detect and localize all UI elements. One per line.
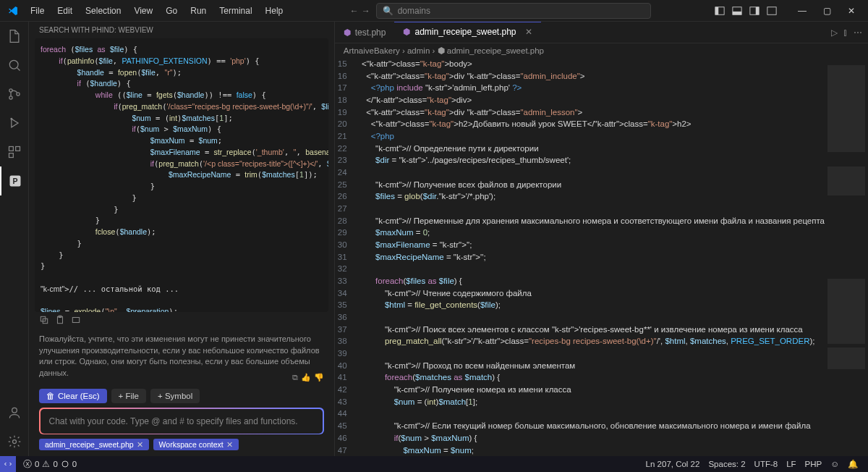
status-eol[interactable]: LF xyxy=(782,459,800,469)
status-encoding[interactable]: UTF-8 xyxy=(750,459,783,469)
status-lang[interactable]: PHP xyxy=(801,459,827,469)
phind-note: Пожалуйста, учтите, что эти изменения мо… xyxy=(29,328,334,384)
php-icon: ⬢ xyxy=(403,27,410,37)
minimize-button[interactable]: — xyxy=(791,0,813,22)
chat-input[interactable]: Chat with your code. Type @ and # to spe… xyxy=(41,409,323,434)
thumbs-down-icon[interactable]: 👎 xyxy=(314,372,324,383)
svg-rect-23 xyxy=(72,318,79,323)
chip-remove-icon[interactable]: ✕ xyxy=(137,440,143,449)
titlebar: File Edit Selection View Go Run Terminal… xyxy=(0,0,868,22)
activity-explorer[interactable] xyxy=(0,22,29,51)
line-number-gutter: 15 16 17 18 19 20 21 22 23 24 25 26 27 2… xyxy=(335,58,357,456)
phind-code-content: foreach ($files as $file) { if(pathinfo(… xyxy=(41,44,323,312)
menu-selection[interactable]: Selection xyxy=(80,3,127,19)
menu-run[interactable]: Run xyxy=(184,3,212,19)
svg-point-18 xyxy=(12,440,16,444)
menu-help[interactable]: Help xyxy=(260,3,289,19)
svg-point-10 xyxy=(16,93,19,96)
svg-point-9 xyxy=(9,96,12,99)
svg-text:P: P xyxy=(12,177,17,185)
context-chip-file[interactable]: admin_receipe_sweet.php✕ xyxy=(39,439,149,450)
clipboard-icon[interactable] xyxy=(55,315,65,325)
activity-search[interactable] xyxy=(0,51,29,80)
phind-code-block: foreach ($files as $file) { if(pathinfo(… xyxy=(35,38,328,312)
activity-bar: P xyxy=(0,22,29,456)
chip-remove-icon[interactable]: ✕ xyxy=(226,440,233,449)
run-icon[interactable]: ▷ xyxy=(831,28,838,38)
layout-panel-bottom-icon[interactable] xyxy=(729,3,745,19)
search-text: domains xyxy=(398,6,430,16)
statusbar: ⓧ 0 ⚠ 0 0 Ln 207, Col 22 Spaces: 2 UTF-8… xyxy=(0,456,868,472)
activity-phind[interactable]: P xyxy=(0,167,29,195)
note-copy-icon[interactable]: ⧉ xyxy=(292,372,298,383)
svg-rect-5 xyxy=(756,7,759,14)
close-button[interactable]: ✕ xyxy=(841,0,862,22)
editor-tabs: ⬢test.php ⬢admin_receipe_sweet.php✕ ▷ ⫿ … xyxy=(335,22,868,43)
menu-go[interactable]: Go xyxy=(160,3,183,19)
svg-rect-3 xyxy=(733,11,741,14)
vscode-icon xyxy=(7,5,19,17)
status-spaces[interactable]: Spaces: 2 xyxy=(704,459,749,469)
activity-accounts[interactable] xyxy=(0,398,29,427)
nav-forward-icon[interactable]: → xyxy=(362,6,370,16)
editor-area: ⬢test.php ⬢admin_receipe_sweet.php✕ ▷ ⫿ … xyxy=(335,22,868,456)
svg-rect-12 xyxy=(9,147,13,151)
phind-note-text: Пожалуйста, учтите, что эти изменения мо… xyxy=(39,334,320,376)
copy-icon[interactable] xyxy=(39,315,49,325)
maximize-button[interactable]: ▢ xyxy=(816,0,838,22)
close-tab-icon[interactable]: ✕ xyxy=(525,27,532,37)
status-feedback-icon[interactable]: ☺ xyxy=(826,459,843,469)
clear-button[interactable]: 🗑 Clear (Esc) xyxy=(39,389,107,403)
menu-file[interactable]: File xyxy=(25,3,50,19)
status-errors[interactable]: ⓧ 0 ⚠ 0 0 xyxy=(19,459,81,470)
tab-test[interactable]: ⬢test.php xyxy=(335,22,395,43)
svg-rect-1 xyxy=(715,7,718,14)
menu-view[interactable]: View xyxy=(128,3,158,19)
nav-back-icon[interactable]: ← xyxy=(350,6,359,16)
code-content[interactable]: <"k-attr">class="k-tag">body> <"k-attr">… xyxy=(357,58,825,456)
breadcrumbs[interactable]: ArtnaiveBakery › admin › ⬢ admin_receipe… xyxy=(335,43,868,58)
svg-point-8 xyxy=(9,89,12,92)
remote-indicator[interactable] xyxy=(0,456,16,472)
menu-terminal[interactable]: Terminal xyxy=(213,3,258,19)
menu-edit[interactable]: Edit xyxy=(51,3,78,19)
layout-customize-icon[interactable] xyxy=(764,3,780,19)
add-file-button[interactable]: + File xyxy=(111,389,146,403)
svg-rect-14 xyxy=(9,153,13,158)
tab-admin-receipe[interactable]: ⬢admin_receipe_sweet.php✕ xyxy=(394,22,540,43)
context-chip-workspace[interactable]: Workspace context✕ xyxy=(153,439,239,450)
activity-settings[interactable] xyxy=(0,427,29,456)
svg-rect-13 xyxy=(15,147,20,151)
insert-icon[interactable] xyxy=(71,315,81,325)
status-cursor[interactable]: Ln 207, Col 22 xyxy=(642,459,705,469)
phind-header: SEARCH WITH PHIND: WEBVIEW xyxy=(29,22,334,38)
layout-sidebar-right-icon[interactable] xyxy=(746,3,762,19)
phind-panel: SEARCH WITH PHIND: WEBVIEW foreach ($fil… xyxy=(29,22,335,456)
activity-source-control[interactable] xyxy=(0,80,29,109)
add-symbol-button[interactable]: + Symbol xyxy=(150,389,200,403)
status-bell-icon[interactable]: 🔔 xyxy=(843,459,862,469)
split-editor-icon[interactable]: ⫿ xyxy=(843,28,848,38)
command-center[interactable]: 🔍 domains xyxy=(376,3,651,19)
search-icon: 🔍 xyxy=(383,6,393,16)
minimap[interactable] xyxy=(825,58,868,456)
more-icon[interactable]: ⋯ xyxy=(854,28,862,38)
layout-sidebar-left-icon[interactable] xyxy=(712,3,728,19)
php-icon: ⬢ xyxy=(344,28,351,38)
svg-point-7 xyxy=(9,60,18,69)
svg-point-24 xyxy=(62,461,68,467)
svg-rect-6 xyxy=(767,7,776,14)
activity-run-debug[interactable] xyxy=(0,109,29,138)
thumbs-up-icon[interactable]: 👍 xyxy=(301,372,311,383)
activity-extensions[interactable] xyxy=(0,138,29,167)
svg-point-17 xyxy=(12,408,17,413)
